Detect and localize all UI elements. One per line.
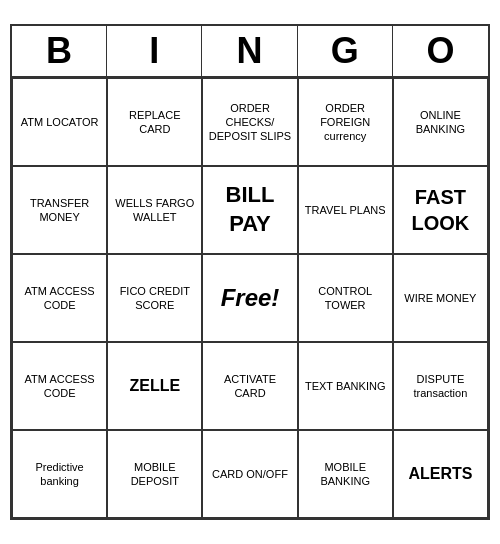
cell-r2-c1[interactable]: FICO CREDIT SCORE bbox=[107, 254, 202, 342]
bingo-letter: N bbox=[202, 26, 297, 76]
cell-r4-c2[interactable]: CARD ON/OFF bbox=[202, 430, 297, 518]
bingo-letter: I bbox=[107, 26, 202, 76]
cell-r1-c1[interactable]: WELLS FARGO WALLET bbox=[107, 166, 202, 254]
bingo-header: BINGO bbox=[12, 26, 488, 78]
bingo-letter: B bbox=[12, 26, 107, 76]
cell-r0-c0[interactable]: ATM LOCATOR bbox=[12, 78, 107, 166]
cell-r1-c3[interactable]: TRAVEL PLANS bbox=[298, 166, 393, 254]
cell-r1-c2[interactable]: BILL PAY bbox=[202, 166, 297, 254]
cell-r3-c3[interactable]: TEXT BANKING bbox=[298, 342, 393, 430]
cell-r0-c1[interactable]: REPLACE CARD bbox=[107, 78, 202, 166]
bingo-grid: ATM LOCATORREPLACE CARDORDER CHECKS/ DEP… bbox=[12, 78, 488, 518]
cell-r2-c4[interactable]: WIRE MONEY bbox=[393, 254, 488, 342]
cell-r2-c0[interactable]: ATM ACCESS CODE bbox=[12, 254, 107, 342]
bingo-card: BINGO ATM LOCATORREPLACE CARDORDER CHECK… bbox=[10, 24, 490, 520]
cell-r0-c2[interactable]: ORDER CHECKS/ DEPOSIT SLIPS bbox=[202, 78, 297, 166]
cell-r3-c1[interactable]: ZELLE bbox=[107, 342, 202, 430]
cell-r0-c3[interactable]: ORDER FOREIGN currency bbox=[298, 78, 393, 166]
cell-r2-c3[interactable]: CONTROL TOWER bbox=[298, 254, 393, 342]
cell-r4-c1[interactable]: MOBILE DEPOSIT bbox=[107, 430, 202, 518]
cell-r1-c0[interactable]: TRANSFER MONEY bbox=[12, 166, 107, 254]
bingo-letter: G bbox=[298, 26, 393, 76]
cell-r4-c0[interactable]: Predictive banking bbox=[12, 430, 107, 518]
cell-r4-c4[interactable]: ALERTS bbox=[393, 430, 488, 518]
bingo-letter: O bbox=[393, 26, 488, 76]
cell-r3-c0[interactable]: ATM ACCESS CODE bbox=[12, 342, 107, 430]
cell-r0-c4[interactable]: ONLINE BANKING bbox=[393, 78, 488, 166]
cell-r1-c4[interactable]: FAST LOOK bbox=[393, 166, 488, 254]
cell-r3-c4[interactable]: DISPUTE transaction bbox=[393, 342, 488, 430]
cell-r3-c2[interactable]: ACTIVATE CARD bbox=[202, 342, 297, 430]
cell-r2-c2[interactable]: Free! bbox=[202, 254, 297, 342]
cell-r4-c3[interactable]: MOBILE BANKING bbox=[298, 430, 393, 518]
